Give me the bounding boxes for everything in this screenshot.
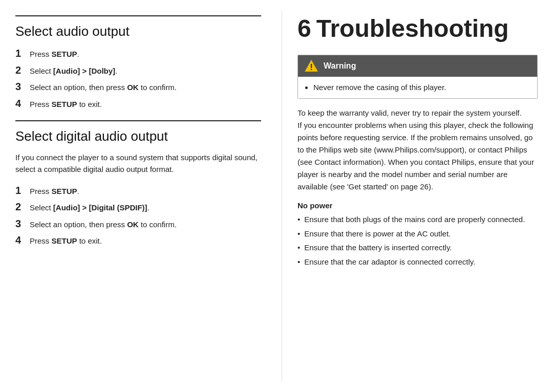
list-item: Ensure that the car adaptor is connected…	[297, 256, 538, 268]
chapter-header: 6Troubleshooting	[297, 15, 538, 42]
step-number: 2	[15, 200, 30, 213]
section2-steps: 1 Press SETUP. 2 Select [Audio] > [Digit…	[15, 184, 261, 247]
list-item: Ensure that both plugs of the mains cord…	[297, 214, 538, 226]
section2-body: If you connect the player to a sound sys…	[15, 151, 261, 176]
warning-icon: !	[304, 59, 318, 73]
page-container: Select audio output 1 Press SETUP. 2 Sel…	[0, 0, 553, 392]
no-power-list: Ensure that both plugs of the mains cord…	[297, 214, 538, 268]
list-item: Ensure that the battery is inserted corr…	[297, 242, 538, 254]
step-text: Select [Audio] > [Digital (SPDIF)].	[30, 202, 150, 214]
list-item: 1 Press SETUP.	[15, 184, 261, 198]
section1-title: Select audio output	[15, 24, 261, 39]
step-number: 1	[15, 47, 30, 60]
no-power-title: No power	[297, 201, 538, 210]
step-number: 2	[15, 63, 30, 77]
bold-text: SETUP	[52, 100, 77, 108]
step-text: Press SETUP.	[30, 186, 79, 198]
bold-text: SETUP	[52, 50, 77, 58]
intro-text: To keep the warranty valid, never try to…	[297, 107, 538, 193]
section2-divider	[15, 120, 261, 121]
list-item: 4 Press SETUP to exit.	[15, 97, 261, 111]
svg-text:!: !	[310, 63, 312, 72]
section1-divider	[15, 15, 261, 16]
left-column: Select audio output 1 Press SETUP. 2 Sel…	[15, 10, 282, 382]
warning-box: ! Warning Never remove the casing of thi…	[297, 55, 538, 99]
right-column: 6Troubleshooting ! Warning Never remove …	[282, 10, 538, 382]
step-text: Press SETUP to exit.	[30, 235, 102, 247]
chapter-title: Troubleshooting	[316, 15, 509, 42]
section2-title: Select digital audio output	[15, 128, 261, 144]
step-number: 3	[15, 80, 30, 93]
list-item: Never remove the casing of this player.	[313, 82, 530, 94]
list-item: 3 Select an option, then press OK to con…	[15, 80, 261, 94]
section1-steps: 1 Press SETUP. 2 Select [Audio] > [Dolby…	[15, 47, 261, 110]
list-item: 2 Select [Audio] > [Dolby].	[15, 63, 261, 77]
list-item: 4 Press SETUP to exit.	[15, 233, 261, 247]
bold-text: [Audio] > [Dolby]	[53, 67, 115, 75]
bold-text: SETUP	[52, 236, 77, 245]
bold-text: OK	[127, 220, 139, 229]
step-text: Press SETUP to exit.	[30, 99, 102, 111]
bold-text: [Audio] > [Digital (SPDIF)]	[53, 203, 147, 212]
bold-text: SETUP	[52, 187, 77, 195]
step-text: Select an option, then press OK to confi…	[30, 82, 177, 94]
step-text: Select [Audio] > [Dolby].	[30, 66, 117, 77]
list-item: Ensure that there is power at the AC out…	[297, 228, 538, 240]
list-item: 1 Press SETUP.	[15, 47, 261, 60]
step-number: 3	[15, 217, 30, 230]
bold-text: OK	[127, 83, 139, 92]
warning-list: Never remove the casing of this player.	[305, 82, 530, 94]
step-number: 4	[15, 97, 30, 110]
step-number: 4	[15, 233, 30, 247]
step-text: Select an option, then press OK to confi…	[30, 219, 177, 231]
step-text: Press SETUP.	[30, 49, 79, 60]
warning-header: ! Warning	[298, 55, 537, 77]
warning-content: Never remove the casing of this player.	[298, 77, 537, 99]
warning-label: Warning	[324, 61, 356, 71]
chapter-number: 6	[297, 15, 311, 42]
list-item: 2 Select [Audio] > [Digital (SPDIF)].	[15, 200, 261, 214]
step-number: 1	[15, 184, 30, 197]
list-item: 3 Select an option, then press OK to con…	[15, 217, 261, 231]
